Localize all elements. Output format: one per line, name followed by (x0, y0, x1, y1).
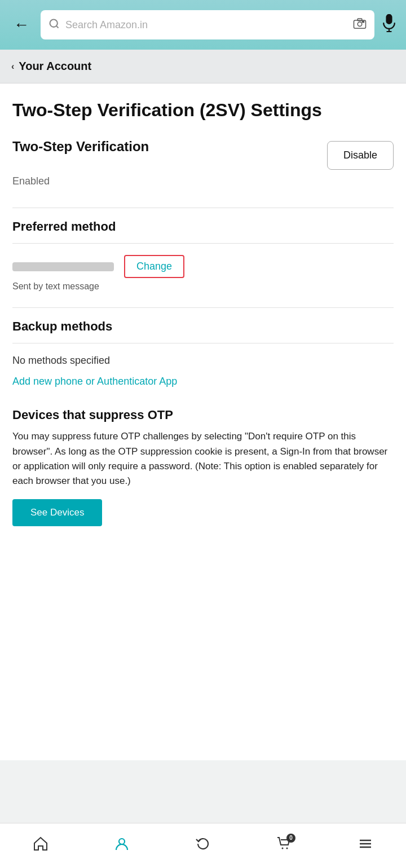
nav-account[interactable] (114, 836, 130, 854)
backup-methods-section: Backup methods No methods specified Add … (12, 319, 394, 387)
camera-icon[interactable] (353, 18, 367, 32)
backup-methods-title: Backup methods (12, 319, 394, 334)
search-input[interactable]: Search Amazon.in (65, 19, 347, 31)
main-content: Two-Step Verification (2SV) Settings Two… (0, 83, 406, 760)
tsv-label-group: Two-Step Verification (12, 139, 149, 155)
returns-icon (195, 836, 211, 854)
microphone-icon[interactable] (381, 14, 397, 36)
bottom-navigation: 0 (0, 823, 406, 868)
divider-preferred (12, 208, 394, 208)
nav-menu[interactable] (358, 836, 373, 854)
devices-title: Devices that suppress OTP (12, 408, 394, 422)
preferred-method-title: Preferred method (12, 219, 394, 234)
preferred-method-row: Change (12, 255, 394, 278)
method-description: Sent by text message (12, 281, 394, 292)
nav-cart[interactable]: 0 (276, 836, 292, 854)
svg-point-9 (119, 839, 125, 844)
devices-body: You may suppress future OTP challenges b… (12, 429, 394, 488)
svg-point-3 (358, 22, 362, 27)
tsv-label: Two-Step Verification (12, 139, 149, 155)
svg-point-0 (50, 19, 58, 27)
divider-backup (12, 307, 394, 308)
phone-number-blurred (12, 262, 114, 271)
nav-home[interactable] (33, 836, 48, 854)
cart-icon: 0 (276, 836, 292, 854)
back-button[interactable]: ← (9, 14, 34, 36)
breadcrumb-label: Your Account (19, 60, 91, 73)
divider-preferred-under (12, 243, 394, 244)
svg-rect-6 (387, 14, 392, 23)
menu-icon (358, 836, 373, 854)
app-header: ← Search Amazon.in (0, 0, 406, 50)
nav-returns[interactable] (195, 836, 211, 854)
svg-line-1 (56, 25, 59, 28)
page-title: Two-Step Verification (2SV) Settings (12, 99, 394, 121)
see-devices-button[interactable]: See Devices (12, 499, 102, 526)
divider-backup-under (12, 343, 394, 343)
tsv-row: Two-Step Verification Disable (12, 139, 394, 170)
tsv-status: Enabled (12, 175, 394, 187)
account-icon (114, 836, 130, 854)
svg-rect-4 (358, 19, 362, 21)
svg-point-10 (282, 847, 284, 849)
devices-section: Devices that suppress OTP You may suppre… (12, 408, 394, 526)
home-icon (33, 836, 48, 854)
disable-button[interactable]: Disable (327, 141, 394, 170)
svg-point-11 (286, 847, 288, 849)
no-methods-text: No methods specified (12, 355, 394, 367)
search-icon (48, 18, 60, 32)
search-bar-container[interactable]: Search Amazon.in (41, 10, 374, 39)
add-backup-link[interactable]: Add new phone or Authenticator App (12, 376, 394, 387)
svg-rect-5 (363, 21, 364, 22)
change-button[interactable]: Change (124, 255, 184, 278)
breadcrumb-chevron-icon: ‹ (11, 61, 14, 72)
cart-count: 0 (286, 834, 295, 843)
breadcrumb[interactable]: ‹ Your Account (0, 50, 406, 83)
